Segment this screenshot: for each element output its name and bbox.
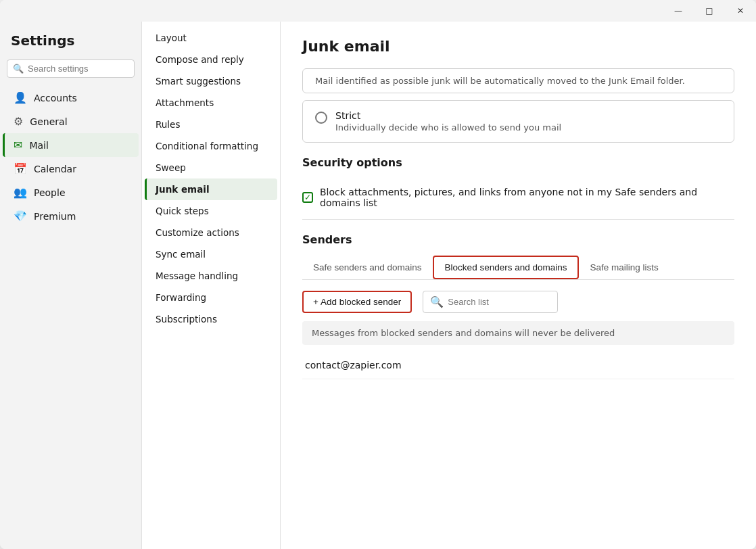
middle-item-layout[interactable]: Layout (145, 27, 277, 49)
sidebar-item-general[interactable]: ⚙ General (3, 110, 139, 133)
senders-tabs: Safe senders and domains Blocked senders… (302, 256, 734, 280)
partial-option-text: Mail identified as possible junk will be… (315, 76, 685, 86)
calendar-icon: 📅 (14, 162, 27, 175)
middle-item-compose-reply[interactable]: Compose and reply (145, 49, 277, 70)
blocked-senders-tab[interactable]: Blocked senders and domains (433, 256, 580, 279)
sidebar-item-people[interactable]: 👥 People (3, 181, 139, 204)
strict-option-description: Individually decide who is allowed to se… (335, 122, 561, 133)
minimize-button[interactable]: — (663, 0, 694, 22)
search-list-icon: 🔍 (430, 295, 444, 308)
settings-title: Settings (0, 32, 141, 59)
senders-section-title: Senders (302, 233, 734, 246)
middle-item-sweep[interactable]: Sweep (145, 157, 277, 178)
page-title: Junk email (302, 38, 734, 55)
section-divider (302, 219, 734, 220)
middle-item-message-handling[interactable]: Message handling (145, 265, 277, 287)
accounts-icon: 👤 (14, 91, 27, 104)
middle-item-conditional-formatting[interactable]: Conditional formatting (145, 135, 277, 157)
middle-item-customize-actions[interactable]: Customize actions (145, 222, 277, 243)
strict-radio[interactable] (315, 112, 327, 124)
middle-item-forwarding[interactable]: Forwarding (145, 287, 277, 308)
sender-email: contact@zapier.com (305, 360, 402, 371)
add-blocked-sender-button[interactable]: + Add blocked sender (302, 291, 412, 313)
titlebar: — □ ✕ (0, 0, 756, 22)
sidebar-item-label: Mail (29, 140, 48, 151)
settings-window: — □ ✕ Settings 🔍 👤 Accounts ⚙ General ✉ … (0, 0, 756, 549)
general-icon: ⚙ (14, 115, 23, 128)
security-options-title: Security options (302, 156, 734, 169)
middle-nav: Layout Compose and reply Smart suggestio… (142, 22, 281, 549)
sender-entry: contact@zapier.com (302, 352, 734, 379)
security-checkbox-row[interactable]: ✓ Block attachments, pictures, and links… (302, 178, 734, 216)
middle-item-junk-email[interactable]: Junk email (145, 178, 277, 200)
checkmark-icon: ✓ (304, 193, 311, 202)
sidebar-item-label: Accounts (34, 93, 77, 103)
senders-actions: + Add blocked sender 🔍 (302, 291, 734, 313)
info-banner: Messages from blocked senders and domain… (302, 321, 734, 345)
sidebar-item-premium[interactable]: 💎 Premium (3, 204, 139, 228)
middle-item-quick-steps[interactable]: Quick steps (145, 200, 277, 222)
sidebar-item-label: General (30, 116, 67, 127)
main-content: Junk email Mail identified as possible j… (281, 22, 756, 549)
search-list-input[interactable] (448, 297, 550, 307)
middle-item-attachments[interactable]: Attachments (145, 92, 277, 114)
premium-icon: 💎 (14, 210, 27, 222)
safe-senders-tab[interactable]: Safe senders and domains (302, 257, 433, 278)
middle-item-sync-email[interactable]: Sync email (145, 243, 277, 265)
search-settings-box[interactable]: 🔍 (7, 59, 135, 78)
search-list-box[interactable]: 🔍 (423, 291, 558, 313)
sidebar-item-mail[interactable]: ✉ Mail (3, 133, 139, 157)
strict-option-label: Strict (335, 110, 561, 121)
partial-option-card: Mail identified as possible junk will be… (302, 68, 734, 93)
sidebar-item-accounts[interactable]: 👤 Accounts (3, 86, 139, 110)
info-banner-text: Messages from blocked senders and domain… (312, 328, 615, 338)
sidebar-item-label: Premium (34, 211, 76, 222)
mail-icon: ✉ (14, 139, 22, 151)
middle-item-rules[interactable]: Rules (145, 114, 277, 135)
sidebar-item-calendar[interactable]: 📅 Calendar (3, 157, 139, 181)
middle-item-subscriptions[interactable]: Subscriptions (145, 308, 277, 330)
search-settings-input[interactable] (28, 64, 128, 74)
security-checkbox[interactable]: ✓ (302, 192, 313, 203)
maximize-button[interactable]: □ (694, 0, 725, 22)
sidebar-item-label: Calendar (34, 164, 76, 174)
search-icon: 🔍 (13, 64, 24, 74)
main-scroll-area[interactable]: Junk email Mail identified as possible j… (281, 22, 756, 549)
strict-option-card[interactable]: Strict Individually decide who is allowe… (302, 100, 734, 143)
close-button[interactable]: ✕ (725, 0, 756, 22)
left-nav: Settings 🔍 👤 Accounts ⚙ General ✉ Mail 📅… (0, 22, 142, 549)
safe-mailing-tab[interactable]: Safe mailing lists (579, 257, 669, 278)
people-icon: 👥 (14, 186, 27, 199)
middle-item-smart-suggestions[interactable]: Smart suggestions (145, 70, 277, 92)
sidebar-item-label: People (34, 187, 66, 198)
security-checkbox-label: Block attachments, pictures, and links f… (320, 187, 734, 208)
